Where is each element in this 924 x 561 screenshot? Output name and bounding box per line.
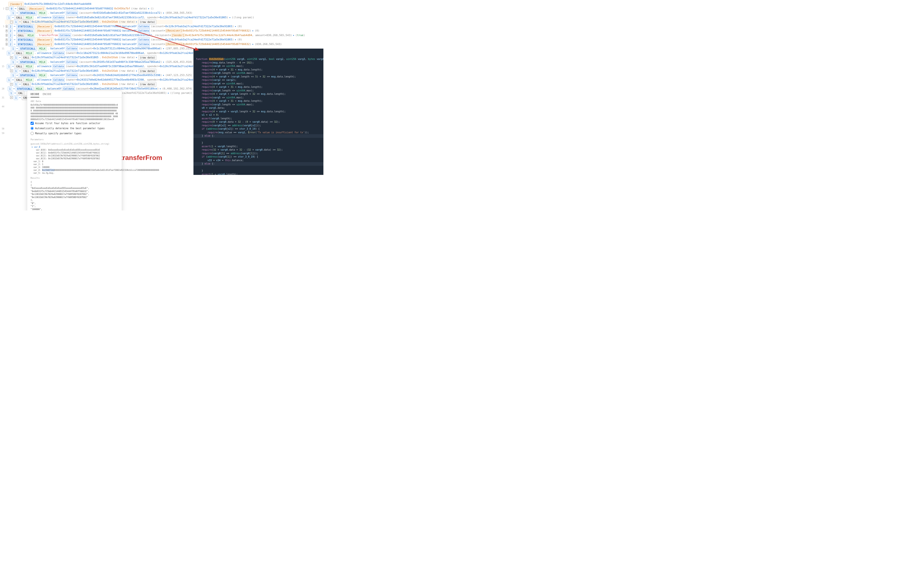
results-output[interactable]: [ [ "0xEeeeeEeeeEeEeeEeEeEeeEEEeeeeEeeee… [27, 180, 122, 210]
chevron-icon[interactable]: ▸ [163, 73, 165, 78]
calldata-badge[interactable]: Calldata [66, 46, 78, 51]
decompiled-code[interactable]: function 0xb2bd16ab(uint256 varg0, uint2… [194, 49, 323, 175]
calldata-badge[interactable]: Calldata [63, 86, 75, 92]
return-value[interactable]: (raw data) [138, 82, 156, 87]
trace-row[interactable]: −1→CALL0x126c9fbab3a2fca24edfd17322e71a5… [5, 20, 192, 24]
contract-name[interactable]: MILK [38, 73, 47, 78]
target-address[interactable]: 0x126c9fbab3a2fca24edfd17322e71a5e36e918… [32, 56, 98, 60]
trace-row[interactable]: 1→CALLMILK.allowanceCalldata(owner=0x031… [5, 15, 192, 20]
trace-row[interactable]: 1→CALLMILK.allowanceCalldata(owner=0x201… [5, 64, 192, 69]
chevron-icon[interactable]: ▸ [293, 33, 294, 38]
contract-name[interactable]: MILK [38, 46, 47, 51]
expand-icon[interactable]: + [6, 34, 8, 37]
param-tree-line[interactable]: var_0[0]: 0xEeeeeEeeeEeEeeEeEeEeeEEEeeee… [27, 148, 122, 152]
contract-name[interactable]: MILK [24, 15, 33, 20]
receiver-address[interactable]: 0x6b931f5c725b64421440515454​44f95d07f66… [54, 28, 121, 33]
calldata-badge[interactable]: Calldata [52, 78, 65, 82]
trace-row[interactable]: 1→STATICCALLMILK.balanceOfCalldata(accou… [5, 46, 192, 51]
collapse-icon[interactable]: − [6, 7, 8, 10]
chevron-icon[interactable]: ▸ [235, 38, 237, 42]
receiver-address[interactable]: 0x6b931f5c725b64421440515454​44f95d07f66… [46, 6, 113, 11]
function-name[interactable]: balanceOf [122, 24, 136, 29]
chevron-icon[interactable]: ▸ [252, 28, 254, 33]
function-name[interactable]: allowance [37, 78, 51, 82]
chevron-icon[interactable]: ▸ [230, 15, 231, 20]
chevron-icon[interactable]: ▸ [235, 24, 237, 29]
receiver-address[interactable]: 0x6b931f5c725b64421440515454​44f95d07f66… [54, 38, 121, 42]
trace-row[interactable]: 1→CALLMILK.allowanceCalldata(owner=0x243… [5, 78, 192, 82]
receiver-address[interactable]: 0x6b931f5c725b64421440515454​44f95d07f66… [54, 24, 121, 29]
trace-row[interactable]: +2→STATICCALL[Receiver]0x6b931f5c725b644… [5, 42, 192, 46]
auto-radio[interactable] [30, 127, 34, 130]
calldata-badge[interactable]: Calldata [52, 51, 65, 56]
contract-name[interactable]: MILK [24, 78, 33, 82]
calldata-badge[interactable]: Calldata [66, 10, 78, 16]
expand-icon[interactable]: + [10, 96, 13, 99]
param-tree-line[interactable]: var_2: 1 [27, 163, 122, 166]
param-tree-line[interactable]: var_0[1]: 0x6b931f5c725b6442144051545444… [27, 152, 122, 154]
expand-icon[interactable]: + [6, 30, 8, 32]
param-tree-line[interactable]: var_0[3]: 0x13832bEC9b7029a82988017a7f60… [27, 157, 122, 160]
contract-name[interactable]: MILK [26, 33, 35, 38]
function-name[interactable]: allowance [37, 51, 51, 56]
abi-data[interactable]: 0x5456a7bf000000000000000000000000000000… [27, 104, 122, 121]
function-selector[interactable]: 0xb2bd16ab [102, 20, 118, 24]
trace-row[interactable]: +2→STATICCALL[Receiver]0x6b931f5c725b644… [5, 24, 192, 29]
trace-row[interactable]: 1→STATICCALLMILK.balanceOfCalldata(accou… [5, 60, 192, 64]
function-name[interactable]: balanceOf [122, 42, 136, 46]
function-name[interactable]: transferFrom [39, 33, 58, 38]
expand-icon[interactable]: + [10, 56, 13, 59]
chevron-icon[interactable]: ▸ [136, 56, 138, 60]
trace-row[interactable]: +1→CALL0x126c9fbab3a2fca24edfd17322e71a5… [5, 82, 192, 87]
contract-name[interactable]: MILK [38, 10, 47, 16]
decode-popup[interactable]: DECODE ENCODE ABI Data 0x5456a7bf0000000… [27, 91, 122, 210]
trace-row[interactable]: 1→CALLMILK.allowanceCalldata(owner=0x1c1… [5, 51, 192, 56]
chevron-icon[interactable]: ▸ [148, 6, 150, 11]
param-tree-line[interactable]: var_4: 0x23b872dd00000000000000000000000… [27, 169, 122, 171]
calldata-badge[interactable]: Calldata [138, 37, 150, 42]
param-tree-line[interactable]: ∨ var_0 [27, 146, 122, 148]
calldata-badge[interactable]: Calldata [59, 33, 71, 38]
calldata-badge[interactable]: Calldata [66, 60, 78, 65]
calldata-badge[interactable]: Calldata [138, 24, 150, 29]
tab-encode[interactable]: ENCODE [43, 93, 51, 98]
trace-row[interactable]: +2→CALLMILK.transferFromCalldata(sender=… [5, 33, 192, 38]
target-address[interactable]: 0x126c9fbab3a2fca24edfd17322e71a5e36e918… [32, 69, 98, 74]
trace-row[interactable]: 1→STATICCALLMILK.balanceOfCalldata(accou… [5, 73, 192, 78]
function-name[interactable]: balanceOf [50, 46, 65, 51]
function-selector[interactable]: 0xb2bd16ab [102, 69, 118, 74]
function-selector[interactable]: 0xb2bd16ab [102, 56, 118, 60]
function-name[interactable]: balanceOf [47, 87, 62, 91]
contract-name[interactable]: MILK [34, 86, 44, 92]
param-tree-line[interactable]: var_3: 100000 [27, 166, 122, 169]
function-name[interactable]: balanceOf [50, 60, 65, 64]
chevron-icon[interactable]: ▸ [252, 42, 254, 46]
calldata-badge[interactable]: Calldata [52, 15, 65, 20]
param-tree-line[interactable]: var_1: 0 [27, 160, 122, 163]
function-name[interactable]: allowance [37, 64, 51, 69]
trace-row[interactable]: −0→CALL[Receiver]0x6b931f5c725b644214405… [5, 6, 192, 11]
calldata-badge[interactable]: Calldata [52, 64, 65, 69]
trace-row[interactable]: +2→STATICCALL[Receiver]0x6b931f5c725b644… [5, 28, 192, 33]
param-tree[interactable]: ∨ var_0 var_0[0]: 0xEeeeeEeeeEeEeeEeEeEe… [27, 146, 122, 174]
chevron-icon[interactable]: ▸ [136, 20, 138, 24]
expand-icon[interactable]: + [10, 69, 13, 72]
expand-icon[interactable]: + [10, 83, 13, 86]
chevron-icon[interactable]: ▸ [163, 60, 165, 64]
chevron-icon[interactable]: ▸ [160, 87, 162, 91]
function-name[interactable]: balanceOf [50, 11, 65, 15]
expand-icon[interactable]: + [6, 43, 8, 45]
chevron-icon[interactable]: ▸ [163, 11, 165, 15]
function-selector[interactable]: 0xb2bd16ab [102, 82, 118, 87]
receiver-address[interactable]: 0x6b931f5c725b64421440515454​44f95d07f66… [54, 42, 121, 46]
return-value[interactable]: (raw data) [138, 20, 156, 24]
target-address[interactable]: 0x126c9fbab3a2fca24edfd17322e71a5e36e918… [32, 20, 98, 24]
selector-checkbox[interactable] [30, 122, 34, 125]
expand-icon[interactable]: + [6, 25, 8, 28]
calldata-badge[interactable]: Calldata [66, 73, 78, 78]
target-address[interactable]: 0x126c9fbab3a2fca24edfd17322e71a5e36e918… [32, 82, 98, 87]
function-name[interactable]: balanceOf [122, 38, 136, 42]
function-name[interactable]: allowance [37, 15, 51, 20]
manual-radio[interactable] [30, 132, 34, 135]
collapse-icon[interactable]: − [10, 21, 13, 23]
